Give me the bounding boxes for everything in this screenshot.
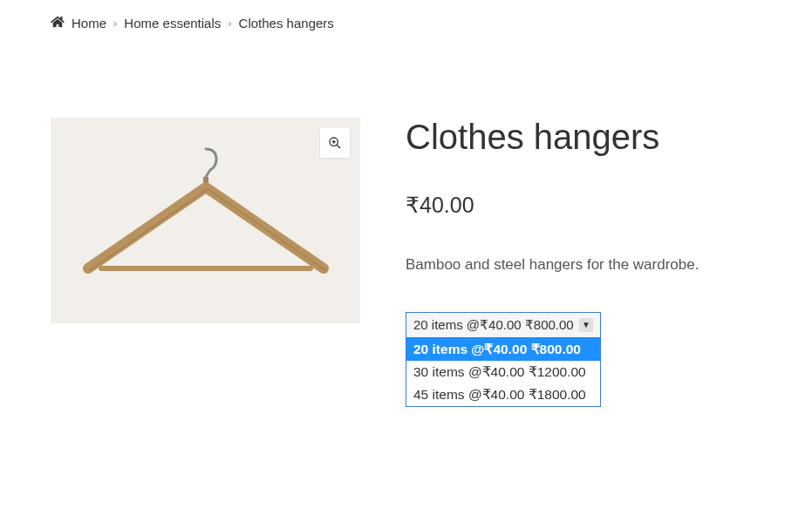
product-container: Clothes hangers ₹40.00 Bamboo and steel … [51, 118, 761, 397]
dropdown-option-1[interactable]: 30 items @₹40.00 ₹1200.00 [406, 361, 600, 383]
product-description: Bamboo and steel hangers for the wardrob… [406, 254, 761, 275]
dropdown-selected[interactable]: 20 items @₹40.00 ₹800.00 ▼ [406, 312, 601, 338]
svg-line-1 [337, 145, 340, 148]
chevron-down-icon: ▼ [579, 318, 593, 332]
zoom-icon [328, 136, 342, 150]
breadcrumb: Home › Home essentials › Clothes hangers [51, 16, 761, 31]
product-title: Clothes hangers [406, 118, 761, 156]
dropdown-option-0[interactable]: 20 items @₹40.00 ₹800.00 [406, 338, 600, 361]
breadcrumb-home[interactable] [51, 16, 65, 31]
hanger-illustration [66, 133, 345, 308]
quantity-dropdown[interactable]: 20 items @₹40.00 ₹800.00 ▼ 20 items @₹40… [406, 312, 601, 338]
product-details: Clothes hangers ₹40.00 Bamboo and steel … [406, 118, 761, 397]
dropdown-selected-text: 20 items @₹40.00 ₹800.00 [413, 317, 574, 333]
breadcrumb-category[interactable]: Home essentials [124, 16, 221, 31]
dropdown-option-2[interactable]: 45 items @₹40.00 ₹1800.00 [406, 383, 600, 406]
breadcrumb-current: Clothes hangers [239, 16, 334, 31]
product-image[interactable] [51, 118, 360, 323]
breadcrumb-separator: › [113, 17, 117, 30]
home-icon [51, 16, 65, 28]
zoom-button[interactable] [320, 128, 350, 158]
breadcrumb-home-text[interactable]: Home [72, 16, 106, 31]
dropdown-list: 20 items @₹40.00 ₹800.00 30 items @₹40.0… [406, 338, 601, 407]
product-price: ₹40.00 [406, 193, 761, 218]
breadcrumb-separator: › [228, 17, 231, 30]
